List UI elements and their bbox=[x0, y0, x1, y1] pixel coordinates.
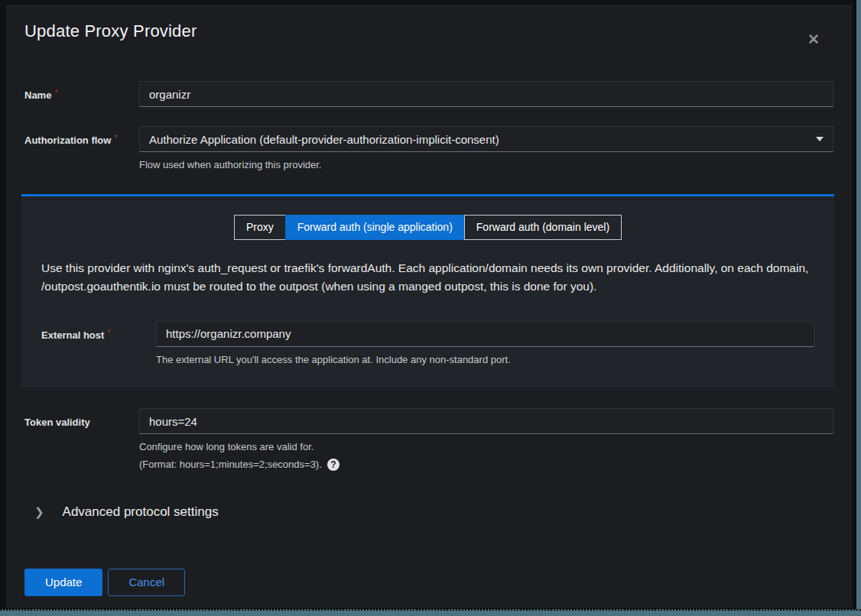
external-host-help: The external URL you'll access the appli… bbox=[156, 353, 814, 367]
modal-footer: Update Cancel bbox=[24, 569, 833, 596]
tab-proxy[interactable]: Proxy bbox=[234, 215, 286, 240]
chevron-down-icon bbox=[816, 137, 824, 141]
window-edge-bottom bbox=[0, 609, 861, 616]
question-circle-icon[interactable]: ? bbox=[327, 459, 340, 471]
token-validity-input[interactable] bbox=[139, 408, 833, 434]
page-title: Update Proxy Provider bbox=[24, 21, 833, 41]
window-edge-right bbox=[855, 0, 861, 616]
update-proxy-provider-modal: Update Proxy Provider ✕ Name* Authorizat… bbox=[6, 5, 852, 608]
authorization-flow-help: Flow used when authorizing this provider… bbox=[139, 158, 833, 172]
tab-forward-auth-single-application[interactable]: Forward auth (single application) bbox=[285, 215, 465, 240]
token-validity-row: Token validity Configure how long tokens… bbox=[24, 408, 833, 471]
name-field-row: Name* bbox=[24, 81, 833, 107]
external-host-label: External host bbox=[41, 329, 104, 341]
cancel-button[interactable]: Cancel bbox=[108, 569, 185, 596]
token-validity-format-text: (Format: hours=1;minutes=2;seconds=3). bbox=[139, 459, 322, 470]
token-validity-help-1: Configure how long tokens are valid for. bbox=[139, 440, 833, 454]
token-validity-label: Token validity bbox=[24, 417, 90, 428]
advanced-protocol-settings-label: Advanced protocol settings bbox=[63, 504, 219, 520]
tab-forward-auth-domain-level[interactable]: Forward auth (domain level) bbox=[464, 215, 622, 240]
name-input[interactable] bbox=[139, 81, 833, 107]
advanced-protocol-settings-expander[interactable]: ❯ Advanced protocol settings bbox=[24, 504, 833, 520]
authorization-flow-value: Authorize Application (default-provider-… bbox=[149, 133, 808, 146]
required-asterisk: * bbox=[54, 88, 57, 97]
token-validity-help-2: (Format: hours=1;minutes=2;seconds=3). ? bbox=[139, 459, 833, 471]
name-label: Name bbox=[24, 89, 51, 101]
required-asterisk: * bbox=[107, 328, 110, 337]
chevron-right-icon: ❯ bbox=[34, 505, 44, 519]
authorization-flow-select[interactable]: Authorize Application (default-provider-… bbox=[139, 126, 833, 152]
close-icon[interactable]: ✕ bbox=[804, 29, 823, 50]
external-host-row: External host* The external URL you'll a… bbox=[41, 321, 814, 367]
required-asterisk: * bbox=[114, 133, 117, 142]
forward-auth-description: Use this provider with nginx's auth_requ… bbox=[41, 259, 814, 296]
proxy-mode-card: Proxy Forward auth (single application) … bbox=[21, 194, 834, 388]
authorization-flow-label: Authorization flow bbox=[24, 135, 111, 146]
proxy-mode-toggle-group: Proxy Forward auth (single application) … bbox=[41, 215, 814, 240]
external-host-input[interactable] bbox=[156, 321, 814, 347]
update-button[interactable]: Update bbox=[24, 569, 102, 596]
authorization-flow-row: Authorization flow* Authorize Applicatio… bbox=[24, 126, 833, 172]
